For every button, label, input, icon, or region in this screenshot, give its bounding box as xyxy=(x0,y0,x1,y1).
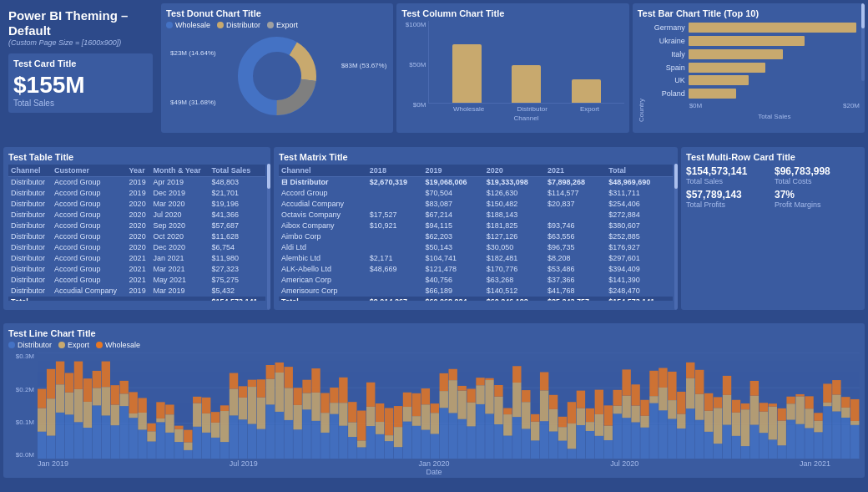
bar-poland: Poland xyxy=(648,89,860,99)
svg-rect-201 xyxy=(165,405,174,415)
svg-rect-36 xyxy=(302,410,310,459)
bar-y-title: Country xyxy=(638,21,645,122)
svg-rect-71 xyxy=(622,418,630,459)
y-02: $0.2M xyxy=(16,386,34,393)
svg-rect-108 xyxy=(138,413,146,429)
export-label: Export xyxy=(276,21,298,29)
svg-rect-179 xyxy=(786,404,795,420)
svg-rect-131 xyxy=(348,423,356,438)
svg-rect-55 xyxy=(476,404,484,459)
svg-rect-271 xyxy=(805,397,813,409)
svg-rect-155 xyxy=(568,424,576,449)
svg-rect-118 xyxy=(230,389,238,416)
svg-rect-133 xyxy=(366,407,375,426)
mcol-2019: 2019 xyxy=(423,165,484,177)
matrix-scrollbar[interactable] xyxy=(674,164,678,310)
svg-rect-93 xyxy=(823,407,831,459)
svg-rect-76 xyxy=(668,419,676,459)
x-wholesale: Wholesale xyxy=(453,105,484,113)
bar-label-ukraine: Ukraine xyxy=(648,37,685,45)
table-container[interactable]: Channel Customer Year Month & Year Total… xyxy=(8,165,265,301)
svg-rect-145 xyxy=(476,386,484,405)
svg-rect-124 xyxy=(285,388,293,420)
svg-rect-84 xyxy=(741,446,749,459)
dashboard: Power BI Theming – Default (Custom Page … xyxy=(0,0,868,492)
matrix-scrollbar-thumb xyxy=(674,164,678,189)
table-row: DistributorAccord Group2020Mar 2020$19,1… xyxy=(8,198,265,209)
svg-rect-135 xyxy=(385,435,393,441)
legend-distributor: Distributor xyxy=(217,21,260,29)
multirow-total-costs: $96,783,998 Total Costs xyxy=(775,165,860,185)
col-x-labels: Wholesale Distributor Export xyxy=(428,104,623,114)
bar-bg-italy xyxy=(689,49,860,59)
svg-rect-231 xyxy=(440,373,448,391)
svg-rect-120 xyxy=(248,387,256,424)
x-jan19: Jan 2019 xyxy=(38,459,68,468)
svg-rect-58 xyxy=(503,436,512,459)
svg-rect-106 xyxy=(120,394,129,407)
table-row: DistributorAccord Group2021Jan 2021$11,9… xyxy=(8,252,265,263)
svg-rect-204 xyxy=(193,397,201,403)
matrix-row: Octavis Company$17,527$67,214$188,143$27… xyxy=(279,209,673,220)
table-scrollbar-thumb xyxy=(267,164,270,189)
svg-rect-89 xyxy=(786,420,795,459)
svg-rect-240 xyxy=(522,390,530,402)
ml-profit-margins: Profit Margins xyxy=(775,200,860,209)
svg-rect-161 xyxy=(622,396,630,418)
svg-rect-140 xyxy=(431,413,439,434)
svg-rect-163 xyxy=(640,416,648,428)
svg-rect-184 xyxy=(832,395,840,412)
bar-chart-area: Country Germany Ukraine xyxy=(638,21,860,122)
svg-rect-111 xyxy=(165,415,174,434)
svg-rect-149 xyxy=(512,383,521,417)
svg-rect-49 xyxy=(421,430,430,459)
col-customer: Customer xyxy=(52,165,127,177)
table-title: Test Table Title xyxy=(8,152,265,162)
table-scrollbar[interactable] xyxy=(267,164,270,310)
matrix-row: American Corp$40,756$63,268$37,366$141,3… xyxy=(279,274,673,285)
donut-label-3: $83M (53.67%) xyxy=(341,62,387,69)
svg-rect-198 xyxy=(138,398,146,413)
svg-rect-53 xyxy=(457,419,466,459)
scrollbar[interactable] xyxy=(861,3,865,81)
svg-rect-47 xyxy=(403,422,411,459)
svg-rect-200 xyxy=(156,403,164,419)
svg-rect-177 xyxy=(769,407,777,440)
x-export: Export xyxy=(580,105,599,113)
svg-rect-16 xyxy=(120,406,129,459)
legend-export: Export xyxy=(267,21,298,29)
svg-rect-265 xyxy=(750,381,759,396)
y-100: $100M xyxy=(406,21,426,28)
bar-fill-poland xyxy=(689,89,736,99)
bar-label-spain: Spain xyxy=(648,63,685,72)
x-jan21: Jan 2021 xyxy=(800,459,830,468)
svg-rect-66 xyxy=(577,425,585,459)
multirow-profit-margins: 37% Profit Margins xyxy=(775,189,860,209)
svg-rect-199 xyxy=(147,424,155,431)
svg-rect-202 xyxy=(174,426,183,429)
mv-total-costs: $96,783,998 xyxy=(775,165,860,177)
svg-rect-241 xyxy=(531,414,539,422)
svg-rect-166 xyxy=(668,400,676,418)
line-legend-export: Export xyxy=(58,341,89,349)
donut-title: Test Donut Chart Title xyxy=(166,8,388,18)
x-axis-title: Channel xyxy=(428,114,623,122)
svg-rect-62 xyxy=(540,422,548,459)
svg-rect-141 xyxy=(440,391,448,408)
svg-rect-257 xyxy=(677,392,685,414)
matrix-row: Amerisourc Corp$66,189$140,512$41,768$24… xyxy=(279,285,673,296)
svg-rect-176 xyxy=(760,412,768,433)
mcol-2020: 2020 xyxy=(484,165,545,177)
svg-rect-63 xyxy=(549,432,558,459)
matrix-container[interactable]: Channel 2018 2019 2020 2021 Total ⊟ Dist… xyxy=(279,165,673,301)
card-title: Test Card Title xyxy=(13,58,148,68)
svg-rect-226 xyxy=(394,406,402,427)
col-chart-inner: Wholesale Distributor Export Channel xyxy=(428,21,623,122)
svg-rect-46 xyxy=(394,447,402,459)
svg-rect-121 xyxy=(257,398,265,429)
bar-germany: Germany xyxy=(648,23,860,33)
svg-rect-125 xyxy=(293,405,301,429)
svg-rect-147 xyxy=(494,397,502,424)
svg-rect-34 xyxy=(285,420,293,459)
main-title: Power BI Theming – Default xyxy=(8,8,153,38)
